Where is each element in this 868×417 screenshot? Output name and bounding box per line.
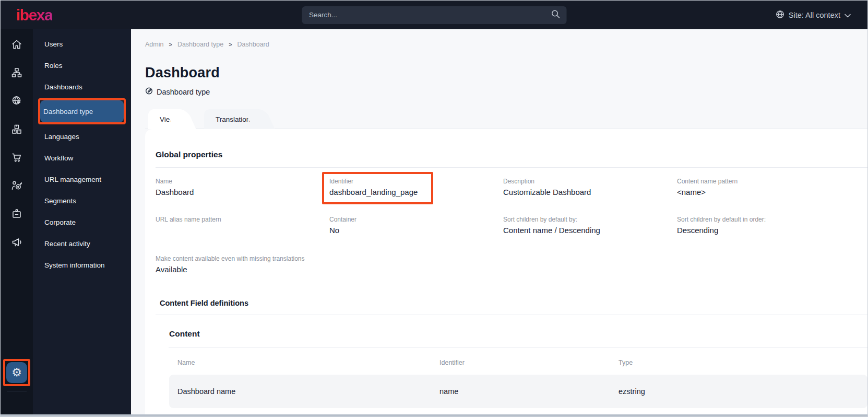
cell-identifier: name: [439, 387, 619, 396]
cell-name: Dashboard name: [177, 387, 439, 396]
content-type-label: Dashboard type: [157, 88, 210, 96]
field-container: Container No: [329, 216, 503, 245]
globe-icon: [776, 10, 784, 20]
tab-bar: View Translations: [145, 109, 867, 129]
page-title: Dashboard: [145, 65, 867, 81]
annotation-box-identifier: Identifier dashboard_landing_page: [322, 172, 433, 204]
content-tree-icon[interactable]: [10, 66, 23, 79]
tab-view[interactable]: View: [148, 109, 180, 129]
admin-sidebar: Users Roles Dashboards Dashboard type La…: [33, 29, 131, 417]
column-header-name: Name: [177, 359, 439, 366]
rail-divider: [7, 391, 27, 391]
sidebar-item-roles[interactable]: Roles: [39, 55, 125, 76]
home-icon[interactable]: [10, 38, 23, 51]
content-group-section: Content Name Identifier Type Dashboard n…: [169, 329, 867, 408]
column-header-type: Type: [619, 359, 867, 366]
breadcrumb-current: Dashboard: [237, 41, 269, 48]
window-bottom-edge: [1, 414, 867, 416]
field-url-alias-name-pattern: URL alias name pattern: [156, 216, 329, 245]
breadcrumb-separator: >: [229, 41, 232, 48]
annotation-box-settings: ⚙: [3, 359, 30, 386]
cell-type: ezstring: [619, 387, 867, 396]
main-content: Admin > Dashboard type > Dashboard Dashb…: [131, 29, 867, 417]
content-group-heading: Content: [169, 329, 867, 339]
content-field-definitions-heading: Content Field definitions: [160, 299, 867, 307]
sidebar-item-segments[interactable]: Segments: [39, 190, 125, 211]
section-divider: [156, 315, 867, 315]
sidebar-item-recent-activity[interactable]: Recent activity: [39, 233, 125, 254]
section-divider: [169, 348, 867, 348]
sidebar-item-url-management[interactable]: URL management: [39, 169, 125, 190]
field-sort-children-by: Sort children by default by: Content nam…: [503, 216, 677, 245]
global-properties-grid: Name Dashboard Identifier dashboard_land…: [156, 178, 867, 245]
personalization-icon[interactable]: [10, 179, 23, 192]
field-description: Description Customizable Dashboard: [503, 178, 677, 207]
site-selector-label: Site: All context: [789, 11, 840, 19]
field-definitions-table: Name Identifier Type Dashboard name name…: [169, 354, 867, 408]
ibexa-admin-window: ibexa Site: All context: [0, 0, 868, 417]
sidebar-item-corporate[interactable]: Corporate: [39, 212, 125, 233]
field-identifier: Identifier dashboard_landing_page: [329, 178, 503, 207]
products-icon[interactable]: [10, 123, 23, 135]
view-tab-panel: Global properties Name Dashboard Identif…: [145, 129, 867, 417]
field-missing-translations: Make content available even with missing…: [156, 255, 867, 284]
icon-rail: ⚙: [1, 29, 33, 417]
search-input[interactable]: [309, 11, 551, 19]
site-context-selector[interactable]: Site: All context: [776, 10, 867, 20]
field-sort-children-order: Sort children by default in order: Desce…: [677, 216, 867, 245]
table-header-row: Name Identifier Type: [169, 354, 867, 372]
global-search[interactable]: [302, 6, 566, 24]
table-row[interactable]: Dashboard name name ezstring: [169, 375, 867, 408]
sidebar-item-workflow[interactable]: Workflow: [39, 147, 125, 168]
content-field-definitions-section: Content Field definitions: [156, 299, 867, 315]
topbar: ibexa Site: All context: [1, 1, 867, 29]
annotation-box-dashboard-type: Dashboard type: [38, 98, 126, 124]
ibexa-logo[interactable]: ibexa: [1, 7, 52, 23]
marketing-megaphone-icon[interactable]: [10, 236, 23, 248]
sidebar-item-system-information[interactable]: System information: [39, 254, 125, 275]
column-header-identifier: Identifier: [439, 359, 619, 366]
field-content-name-pattern: Content name pattern <name>: [677, 178, 867, 207]
sidebar-item-dashboards[interactable]: Dashboards: [39, 76, 125, 97]
global-properties-heading: Global properties: [156, 150, 867, 159]
corporate-badge-icon[interactable]: [10, 207, 23, 220]
site-icon[interactable]: [10, 95, 23, 107]
commerce-cart-icon[interactable]: [10, 151, 23, 164]
search-icon[interactable]: [551, 9, 560, 21]
settings-gear-icon[interactable]: ⚙: [6, 362, 27, 383]
chevron-down-icon: [845, 11, 851, 19]
sidebar-item-dashboard-type[interactable]: Dashboard type: [40, 100, 124, 122]
section-divider: [156, 167, 867, 168]
sidebar-item-users[interactable]: Users: [39, 33, 125, 54]
sidebar-item-languages[interactable]: Languages: [39, 126, 125, 147]
field-name: Name Dashboard: [156, 178, 329, 207]
breadcrumb-separator: >: [169, 41, 172, 48]
content-type-subtitle: Dashboard type: [145, 87, 867, 97]
tab-translations[interactable]: Translations: [204, 109, 259, 129]
breadcrumb: Admin > Dashboard type > Dashboard: [145, 41, 867, 48]
breadcrumb-dashboard-type[interactable]: Dashboard type: [177, 41, 223, 48]
content-type-icon: [145, 87, 153, 97]
breadcrumb-admin[interactable]: Admin: [145, 41, 163, 48]
